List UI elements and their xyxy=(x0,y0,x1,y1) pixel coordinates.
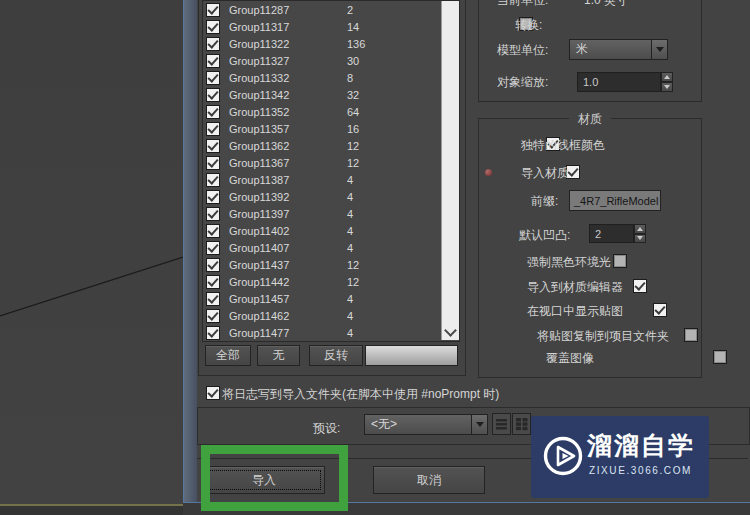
preset-manage-button[interactable] xyxy=(512,413,531,435)
group-count: 12 xyxy=(347,157,359,169)
row-checkbox[interactable] xyxy=(206,207,220,221)
overwrite-images-checkbox[interactable] xyxy=(713,350,727,364)
row-checkbox[interactable] xyxy=(206,224,220,238)
convert-label: 转换: xyxy=(515,17,542,34)
default-bump-spinner[interactable] xyxy=(634,224,646,243)
list-item[interactable]: Group11367 12 xyxy=(203,154,459,171)
model-units-value: 米 xyxy=(570,41,651,58)
row-checkbox[interactable] xyxy=(206,139,220,153)
object-scale-input[interactable]: 1.0 xyxy=(577,72,661,92)
force-black-ambient-checkbox[interactable] xyxy=(613,254,627,268)
write-log-label: 将日志写到导入文件夹(在脚本中使用 #noPrompt 时) xyxy=(222,386,499,403)
select-none-label: 无 xyxy=(273,347,285,364)
preset-label: 预设: xyxy=(313,420,340,437)
row-checkbox[interactable] xyxy=(206,241,220,255)
select-none-button[interactable]: 无 xyxy=(257,345,300,366)
group-name: Group11342 xyxy=(229,89,347,101)
highlight-annotation-box xyxy=(201,445,348,511)
spinner-up-icon[interactable] xyxy=(634,224,646,234)
group-count: 14 xyxy=(347,21,359,33)
list-item[interactable]: Group11397 4 xyxy=(203,205,459,222)
list-filter-input[interactable] xyxy=(365,345,458,366)
model-units-dropdown-button[interactable] xyxy=(651,40,667,59)
list-item[interactable]: Group11357 16 xyxy=(203,120,459,137)
import-materials-label: 导入材质 xyxy=(521,165,569,182)
show-maps-viewport-checkbox[interactable] xyxy=(653,303,667,317)
current-units-label: 当前单位: xyxy=(497,0,548,9)
material-header: 材质 xyxy=(569,111,611,128)
dialog-frame-strip xyxy=(184,0,197,503)
row-checkbox[interactable] xyxy=(206,20,220,34)
row-checkbox[interactable] xyxy=(206,275,220,289)
list-item[interactable]: Group11387 4 xyxy=(203,171,459,188)
group-count: 12 xyxy=(347,140,359,152)
row-checkbox[interactable] xyxy=(206,190,220,204)
default-bump-input[interactable]: 2 xyxy=(589,224,634,243)
list-item[interactable]: Group11437 12 xyxy=(203,256,459,273)
list-item[interactable]: Group11327 30 xyxy=(203,52,459,69)
row-checkbox[interactable] xyxy=(206,309,220,323)
row-checkbox[interactable] xyxy=(206,105,220,119)
preset-dropdown-button[interactable] xyxy=(471,415,487,434)
list-item[interactable]: Group11342 32 xyxy=(203,86,459,103)
import-to-editor-checkbox[interactable] xyxy=(633,279,647,293)
spinner-down-icon[interactable] xyxy=(634,234,646,244)
row-checkbox[interactable] xyxy=(206,173,220,187)
list-item[interactable]: Group11287 2 xyxy=(203,1,459,18)
spinner-up-icon[interactable] xyxy=(661,72,673,82)
list-item[interactable]: Group11362 12 xyxy=(203,137,459,154)
group-count: 4 xyxy=(347,225,353,237)
group-count: 32 xyxy=(347,89,359,101)
row-checkbox[interactable] xyxy=(206,37,220,51)
row-checkbox[interactable] xyxy=(206,122,220,136)
spinner-down-icon[interactable] xyxy=(661,82,673,92)
prefix-input[interactable]: _4R7_RifleModel xyxy=(569,190,661,211)
row-checkbox[interactable] xyxy=(206,88,220,102)
group-name: Group11332 xyxy=(229,72,347,84)
list-item[interactable]: Group11462 4 xyxy=(203,307,459,324)
option-dot-icon xyxy=(485,169,492,176)
preset-edit-button[interactable] xyxy=(492,413,511,435)
list-item[interactable]: Group11352 64 xyxy=(203,103,459,120)
group-count: 2 xyxy=(347,4,353,16)
list-item[interactable]: Group11442 12 xyxy=(203,273,459,290)
row-checkbox[interactable] xyxy=(206,156,220,170)
select-all-button[interactable]: 全部 xyxy=(205,345,251,366)
write-log-checkbox[interactable] xyxy=(206,386,220,400)
row-checkbox[interactable] xyxy=(206,326,220,340)
group-name: Group11402 xyxy=(229,225,347,237)
list-item[interactable]: Group11477 4 xyxy=(203,324,459,341)
list-item[interactable]: Group11402 4 xyxy=(203,222,459,239)
viewport-background xyxy=(0,0,183,515)
preset-dropdown[interactable]: <无> xyxy=(364,414,488,435)
model-units-dropdown[interactable]: 米 xyxy=(569,39,668,60)
group-name: Group11352 xyxy=(229,106,347,118)
copy-maps-checkbox[interactable] xyxy=(684,328,698,342)
group-name: Group11462 xyxy=(229,310,347,322)
viewport-bottom-strip xyxy=(0,506,183,515)
group-list[interactable]: Group11287 2 Group11317 14 Group11322 13… xyxy=(202,0,460,342)
row-checkbox[interactable] xyxy=(206,71,220,85)
list-item[interactable]: Group11332 8 xyxy=(203,69,459,86)
chevron-down-icon xyxy=(476,422,484,427)
row-checkbox[interactable] xyxy=(206,258,220,272)
scrollbar-down-icon[interactable] xyxy=(444,324,457,337)
list-item[interactable]: Group11407 4 xyxy=(203,239,459,256)
group-count: 136 xyxy=(347,38,365,50)
row-checkbox[interactable] xyxy=(206,54,220,68)
copy-maps-label: 将贴图复制到项目文件夹 xyxy=(537,328,669,345)
row-checkbox[interactable] xyxy=(206,3,220,17)
group-count: 4 xyxy=(347,208,353,220)
cancel-button[interactable]: 取消 xyxy=(373,466,485,494)
model-units-label: 模型单位: xyxy=(497,42,548,59)
list-item[interactable]: Group11322 136 xyxy=(203,35,459,52)
viewport-edge-line xyxy=(0,0,183,515)
object-scale-spinner[interactable] xyxy=(661,72,673,92)
list-item[interactable]: Group11317 14 xyxy=(203,18,459,35)
list-item[interactable]: Group11457 4 xyxy=(203,290,459,307)
invert-label: 反转 xyxy=(324,347,348,364)
invert-button[interactable]: 反转 xyxy=(309,345,363,366)
list-item[interactable]: Group11392 4 xyxy=(203,188,459,205)
list-scrollbar[interactable] xyxy=(441,1,459,340)
row-checkbox[interactable] xyxy=(206,292,220,306)
